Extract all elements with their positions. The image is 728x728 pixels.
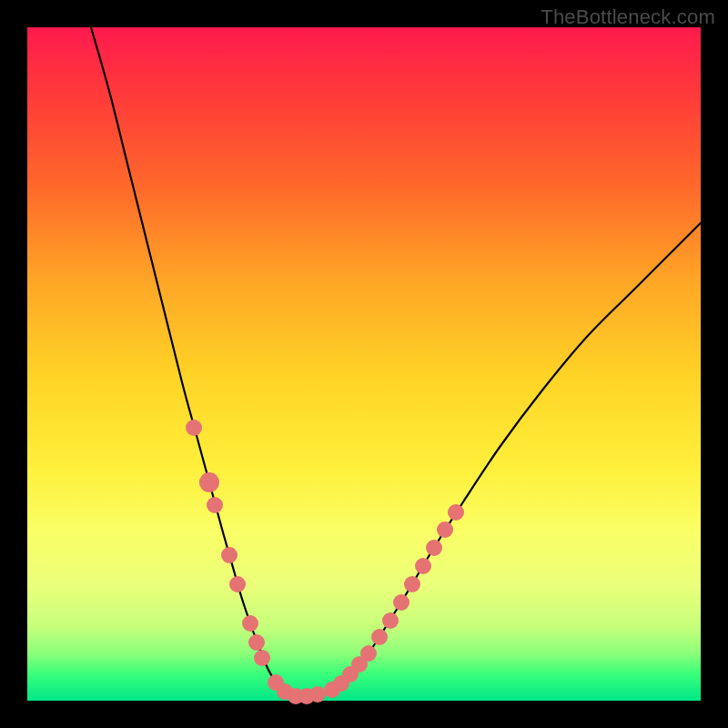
data-marker bbox=[371, 629, 388, 645]
curve-layer bbox=[27, 27, 701, 701]
data-marker bbox=[199, 472, 219, 492]
watermark-text: TheBottleneck.com bbox=[541, 5, 715, 29]
data-marker bbox=[382, 612, 399, 629]
data-marker bbox=[248, 634, 265, 651]
plot-area bbox=[27, 27, 701, 701]
data-marker bbox=[186, 420, 202, 436]
bottleneck-curve bbox=[91, 27, 701, 696]
data-marker bbox=[221, 547, 238, 563]
data-marker bbox=[437, 521, 453, 538]
data-marker bbox=[448, 504, 464, 521]
data-markers bbox=[186, 420, 464, 704]
data-marker bbox=[404, 576, 420, 592]
data-marker bbox=[254, 650, 270, 666]
data-marker bbox=[309, 686, 326, 703]
data-marker bbox=[426, 540, 442, 556]
data-marker bbox=[415, 558, 431, 574]
data-marker bbox=[207, 497, 223, 513]
data-marker bbox=[242, 615, 258, 632]
data-marker bbox=[229, 576, 246, 592]
chart-frame: TheBottleneck.com bbox=[0, 0, 728, 728]
data-marker bbox=[360, 645, 377, 662]
data-marker bbox=[393, 594, 410, 611]
